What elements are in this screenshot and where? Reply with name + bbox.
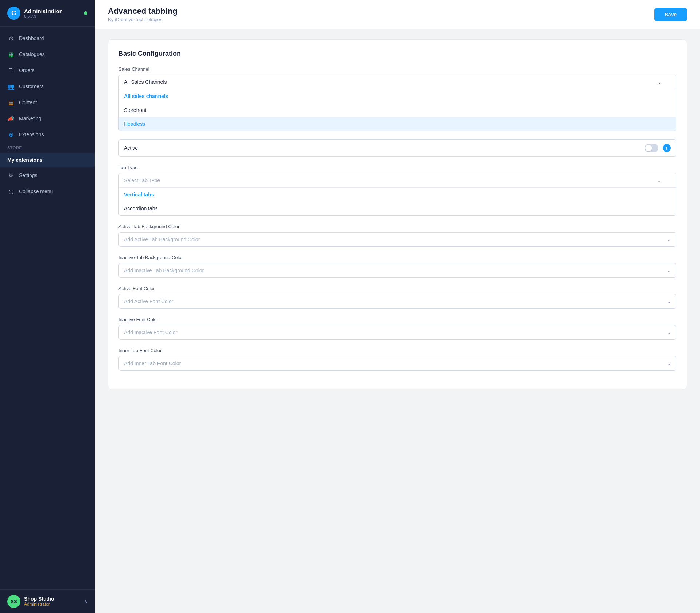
user-menu-chevron[interactable]: ∧	[84, 598, 88, 604]
sidebar-item-label: Catalogues	[19, 51, 45, 57]
brand: G Administration 6.5.7.3	[7, 7, 63, 20]
avatar: SS	[7, 595, 20, 608]
sidebar-item-orders[interactable]: 🗒 Orders	[0, 62, 95, 78]
content-area: Basic Configuration Sales Channel All Sa…	[95, 29, 700, 613]
sidebar-item-label: Extensions	[19, 132, 44, 137]
info-icon[interactable]: i	[663, 144, 671, 152]
active-toggle[interactable]	[645, 144, 658, 152]
config-card: Basic Configuration Sales Channel All Sa…	[108, 39, 687, 389]
inner-tab-font-color-select[interactable]: Add Inner Tab Font Color	[118, 356, 676, 371]
brand-name: Administration	[24, 8, 63, 14]
tab-type-label: Tab Type	[118, 165, 676, 170]
tab-type-dropdown[interactable]: Select Tab Type ⌄ Vertical tabs Accordio…	[118, 173, 676, 216]
sales-channel-value: All Sales Channels	[124, 79, 167, 85]
sales-channel-field: Sales Channel All Sales Channels ⌄ All s…	[118, 66, 676, 131]
user-name: Shop Studio	[24, 596, 54, 602]
brand-logo: G	[7, 7, 20, 20]
active-label: Active	[124, 145, 138, 151]
sidebar-item-label: Marketing	[19, 116, 41, 121]
brand-info: Administration 6.5.7.3	[24, 8, 63, 19]
sidebar-footer: SS Shop Studio Administrator ∧	[0, 589, 95, 613]
tab-type-trigger[interactable]: Select Tab Type ⌄	[119, 173, 676, 188]
sidebar-item-label: Content	[19, 99, 37, 105]
catalogues-icon: ▦	[7, 51, 15, 58]
save-button[interactable]: Save	[654, 8, 687, 21]
sidebar-item-label: My extensions	[7, 157, 42, 163]
dashboard-icon: ⊙	[7, 35, 15, 42]
content-icon: ▤	[7, 99, 15, 106]
chevron-down-icon: ⌄	[657, 177, 661, 183]
top-bar: Advanced tabbing By iCreative Technologi…	[95, 0, 700, 29]
sidebar-item-label: Dashboard	[19, 35, 44, 41]
active-font-color-label: Active Font Color	[118, 286, 676, 291]
inactive-font-color-wrapper: Add Inactive Font Color ⌄	[118, 325, 676, 340]
tab-type-field: Tab Type Select Tab Type ⌄ Vertical tabs…	[118, 165, 676, 216]
active-tab-bg-color-select[interactable]: Add Active Tab Background Color	[118, 232, 676, 247]
sales-channel-dropdown[interactable]: All Sales Channels ⌄ All sales channels …	[118, 75, 676, 131]
inner-tab-font-color-wrapper: Add Inner Tab Font Color ⌄	[118, 356, 676, 371]
inactive-tab-bg-color-select[interactable]: Add Inactive Tab Background Color	[118, 263, 676, 278]
inactive-font-color-select[interactable]: Add Inactive Font Color	[118, 325, 676, 340]
inactive-tab-bg-color-field: Inactive Tab Background Color Add Inacti…	[118, 255, 676, 278]
sidebar-header: G Administration 6.5.7.3	[0, 0, 95, 27]
active-tab-bg-color-wrapper: Add Active Tab Background Color ⌄	[118, 232, 676, 247]
orders-icon: 🗒	[7, 67, 15, 74]
tab-type-placeholder: Select Tab Type	[124, 177, 160, 183]
sidebar-item-dashboard[interactable]: ⊙ Dashboard	[0, 30, 95, 46]
option-storefront[interactable]: Storefront	[119, 103, 676, 117]
sub-section-label: Store	[0, 142, 95, 153]
inner-tab-font-color-label: Inner Tab Font Color	[118, 348, 676, 353]
collapse-icon: ◷	[7, 188, 15, 195]
user-role: Administrator	[24, 602, 54, 607]
sales-channel-trigger[interactable]: All Sales Channels ⌄	[119, 75, 676, 89]
sidebar-item-label: Collapse menu	[19, 188, 53, 194]
sidebar-item-settings[interactable]: ⚙ Settings	[0, 167, 95, 183]
active-tab-bg-color-label: Active Tab Background Color	[118, 224, 676, 229]
marketing-icon: 📣	[7, 115, 15, 122]
sidebar-item-my-extensions[interactable]: My extensions	[0, 153, 95, 167]
sidebar-item-label: Orders	[19, 67, 35, 73]
option-all-sales-channels[interactable]: All sales channels	[119, 89, 676, 103]
option-accordion-tabs[interactable]: Accordion tabs	[119, 202, 676, 215]
inner-tab-font-color-field: Inner Tab Font Color Add Inner Tab Font …	[118, 348, 676, 371]
inactive-tab-bg-color-label: Inactive Tab Background Color	[118, 255, 676, 260]
page-subtitle: By iCreative Technologies	[108, 17, 178, 22]
config-title: Basic Configuration	[118, 50, 676, 58]
sidebar-nav: ⊙ Dashboard ▦ Catalogues 🗒 Orders 👥 Cust…	[0, 27, 95, 589]
user-details: Shop Studio Administrator	[24, 596, 54, 607]
active-font-color-wrapper: Add Active Font Color ⌄	[118, 294, 676, 309]
inactive-font-color-field: Inactive Font Color Add Inactive Font Co…	[118, 317, 676, 340]
sidebar-item-label: Settings	[19, 172, 38, 178]
sidebar-item-collapse[interactable]: ◷ Collapse menu	[0, 183, 95, 199]
page-title: Advanced tabbing	[108, 7, 178, 16]
active-font-color-select[interactable]: Add Active Font Color	[118, 294, 676, 309]
sales-channel-options: All sales channels Storefront Headless	[119, 89, 676, 131]
user-info: SS Shop Studio Administrator	[7, 595, 54, 608]
inactive-font-color-label: Inactive Font Color	[118, 317, 676, 322]
active-font-color-field: Active Font Color Add Active Font Color …	[118, 286, 676, 309]
extensions-icon: ⊕	[7, 131, 15, 138]
sidebar-item-catalogues[interactable]: ▦ Catalogues	[0, 46, 95, 62]
tab-type-options: Vertical tabs Accordion tabs	[119, 188, 676, 215]
page-title-wrap: Advanced tabbing By iCreative Technologi…	[108, 7, 178, 22]
option-headless[interactable]: Headless	[119, 117, 676, 131]
main-content: Advanced tabbing By iCreative Technologi…	[95, 0, 700, 613]
toggle-wrap: i	[645, 144, 671, 152]
sidebar-item-label: Customers	[19, 83, 44, 89]
inactive-tab-bg-color-wrapper: Add Inactive Tab Background Color ⌄	[118, 263, 676, 278]
sales-channel-label: Sales Channel	[118, 66, 676, 72]
sidebar-item-content[interactable]: ▤ Content	[0, 94, 95, 110]
brand-version: 6.5.7.3	[24, 14, 63, 19]
sidebar: G Administration 6.5.7.3 ⊙ Dashboard ▦ C…	[0, 0, 95, 613]
status-dot	[84, 11, 88, 15]
sidebar-item-customers[interactable]: 👥 Customers	[0, 78, 95, 94]
toggle-knob	[645, 145, 652, 151]
option-vertical-tabs[interactable]: Vertical tabs	[119, 188, 676, 202]
customers-icon: 👥	[7, 83, 15, 90]
settings-icon: ⚙	[7, 172, 15, 179]
chevron-down-icon: ⌄	[657, 79, 661, 85]
sidebar-item-marketing[interactable]: 📣 Marketing	[0, 110, 95, 126]
active-tab-bg-color-field: Active Tab Background Color Add Active T…	[118, 224, 676, 247]
active-toggle-row: Active i	[118, 139, 676, 157]
sidebar-item-extensions[interactable]: ⊕ Extensions	[0, 126, 95, 142]
